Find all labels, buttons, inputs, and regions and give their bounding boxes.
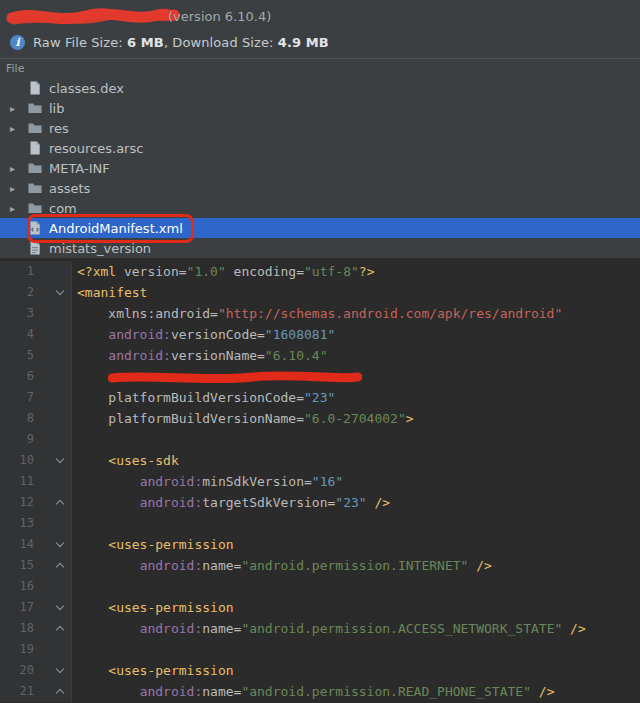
code-text[interactable]: android:name="android.permission.ACCESS_… [72,618,586,639]
folder-icon [27,120,43,136]
folder-icon [27,160,43,176]
line-number: 11 [0,471,38,492]
fold-gutter [38,303,72,324]
line-number: 17 [0,597,38,618]
code-token: targetSdkVersion= [202,495,335,510]
code-token: android: [140,474,203,489]
fold-start-icon[interactable] [38,597,72,618]
fold-end-icon[interactable] [38,618,72,639]
fold-end-icon[interactable] [38,681,72,702]
fold-chevron-icon [56,539,64,547]
fold-end-icon[interactable] [38,555,72,576]
code-line-8: 8 platformBuildVersionName="6.0-2704002"… [0,408,640,429]
code-text[interactable] [72,576,77,597]
tree-item-mistats-version[interactable]: mistats_version [0,238,640,258]
expand-chevron-icon[interactable]: ▸ [10,123,27,134]
expand-chevron-icon[interactable]: ▸ [10,203,27,214]
line-number: 4 [0,324,38,345]
folder-icon [27,100,43,116]
code-text[interactable]: <uses-permission [72,660,234,681]
file-panel-title: File [6,62,24,75]
code-text[interactable]: <?xml version="1.0" encoding="utf-8"?> [72,261,374,282]
expand-chevron-icon[interactable]: ▸ [10,183,27,194]
size-info-segment: 6 MB [127,35,164,50]
code-text[interactable] [72,513,77,534]
line-number: 16 [0,576,38,597]
tree-item-com[interactable]: ▸com [0,198,640,218]
code-text[interactable]: <manifest [72,282,147,303]
fold-start-icon[interactable] [38,282,72,303]
code-token: name= [202,684,241,699]
code-line-4: 4 android:versionCode="1608081" [0,324,640,345]
file-text-icon [27,240,43,256]
code-line-17: 17 <uses-permission [0,597,640,618]
tree-item-label: classes.dex [49,81,124,96]
code-editor[interactable]: 1<?xml version="1.0" encoding="utf-8"?>2… [0,258,640,703]
fold-gutter [38,345,72,366]
tree-item-lib[interactable]: ▸lib [0,98,640,118]
fold-gutter [38,471,72,492]
code-token: versionName= [171,348,265,363]
fold-end-icon[interactable] [38,492,72,513]
code-text[interactable]: <uses-sdk [72,450,179,471]
code-token: "23" [304,390,335,405]
line-number: 12 [0,492,38,513]
app-title-row: (version 6.10.4) [8,7,632,27]
package-redaction-scribble-icon [108,370,362,384]
code-token: "1608081" [265,327,335,342]
line-number: 9 [0,429,38,450]
code-token: /> [531,684,554,699]
folder-icon [27,200,43,216]
tree-item-assets[interactable]: ▸assets [0,178,640,198]
code-text[interactable]: android:name="android.permission.INTERNE… [72,555,492,576]
line-number: 3 [0,303,38,324]
code-text[interactable]: <uses-permission [72,534,234,555]
line-number: 2 [0,282,38,303]
size-info-row: i Raw File Size: 6 MB, Download Size: 4.… [8,32,632,52]
code-token: "23" [335,495,366,510]
code-text[interactable] [72,366,362,387]
expand-chevron-icon[interactable]: ▸ [10,163,27,174]
tree-item-resources-arsc[interactable]: resources.arsc [0,138,640,158]
tree-item-res[interactable]: ▸res [0,118,640,138]
code-line-12: 12 android:targetSdkVersion="23" /> [0,492,640,513]
tree-item-classes-dex[interactable]: classes.dex [0,78,640,98]
code-text[interactable]: platformBuildVersionName="6.0-2704002"> [72,408,414,429]
fold-chevron-icon [56,287,64,295]
tree-item-androidmanifest-xml[interactable]: AndroidManifest.xml [0,218,640,238]
code-text[interactable]: <uses-permission [72,597,234,618]
code-token: android: [140,558,203,573]
code-token: name= [202,558,241,573]
code-text[interactable]: android:minSdkVersion="16" [72,471,343,492]
fold-start-icon[interactable] [38,450,72,471]
tree-item-label: AndroidManifest.xml [49,221,183,236]
code-token: "android.permission.READ_PHONE_STATE" [241,684,531,699]
code-text[interactable]: android:targetSdkVersion="23" /> [72,492,390,513]
code-text[interactable]: platformBuildVersionCode="23" [72,387,335,408]
code-token: name= [202,621,241,636]
code-line-11: 11 android:minSdkVersion="16" [0,471,640,492]
fold-start-icon[interactable] [38,534,72,555]
expand-chevron-icon[interactable]: ▸ [10,103,27,114]
code-token: minSdkVersion= [202,474,312,489]
tree-item-label: lib [49,101,64,116]
line-number: 21 [0,681,38,702]
code-token: > [406,411,414,426]
file-icon [27,80,43,96]
code-text[interactable] [72,639,77,660]
code-token: "utf-8" [304,264,359,279]
code-line-3: 3 xmlns:android="http://schemas.android.… [0,303,640,324]
code-text[interactable]: android:name="android.permission.READ_PH… [72,681,554,702]
size-info-segment: , Download Size: [164,35,278,50]
code-text[interactable]: android:versionCode="1608081" [72,324,335,345]
code-text[interactable]: xmlns:android="http://schemas.android.co… [72,303,562,324]
code-token: <uses-permission [108,663,233,678]
tree-item-meta-inf[interactable]: ▸META-INF [0,158,640,178]
line-number: 20 [0,660,38,681]
code-line-14: 14 <uses-permission [0,534,640,555]
code-text[interactable] [72,429,77,450]
fold-start-icon[interactable] [38,660,72,681]
code-line-15: 15 android:name="android.permission.INTE… [0,555,640,576]
code-text[interactable]: android:versionName="6.10.4" [72,345,327,366]
code-line-16: 16 [0,576,640,597]
